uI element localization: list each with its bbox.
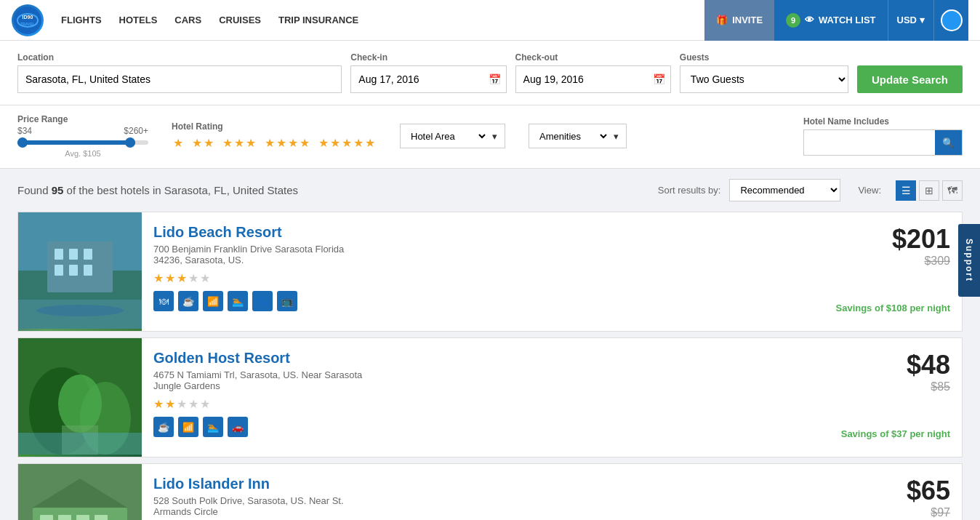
hotel-stars-lido: ★ ★ ★ ★ ★	[153, 271, 813, 285]
checkin-input-wrapper: 📅	[350, 65, 506, 93]
invite-button[interactable]: 🎁 INVITE	[704, 0, 774, 41]
logo-image: ID90 TRAVEL	[12, 4, 44, 36]
hotel-area-select[interactable]: Hotel Area	[408, 130, 488, 143]
pets-icon: 🐾	[252, 291, 273, 311]
watchlist-button[interactable]: 9 👁 WATCH LIST	[774, 0, 887, 41]
hotel-name-input[interactable]	[804, 130, 935, 155]
logo[interactable]: ID90 TRAVEL	[12, 4, 44, 36]
star-group-2[interactable]: ★ ★	[190, 135, 215, 151]
hotel-name-islander[interactable]: Lido Islander Inn	[153, 476, 270, 492]
tv-icon: 📺	[277, 291, 297, 311]
list-view-button[interactable]: ☰	[896, 180, 916, 201]
star-group-1[interactable]: ★	[172, 135, 185, 151]
star-group-5[interactable]: ★ ★ ★ ★ ★	[317, 135, 377, 151]
wifi-icon: 📶	[178, 417, 198, 437]
nav-cars[interactable]: CARS	[174, 12, 201, 28]
amenities-dropdown[interactable]: Amenities ▾	[529, 124, 627, 148]
hotel-rating-label: Hotel Rating	[172, 121, 377, 132]
checkin-input[interactable]	[350, 65, 506, 93]
stars-filter: ★ ★ ★ ★ ★ ★ ★ ★ ★ ★ ★ ★ ★ ★ ★	[172, 135, 377, 151]
pool-icon: 🏊	[203, 417, 223, 437]
star-empty: ★	[177, 397, 187, 411]
hotel-info-lido: Lido Beach Resort 700 Benjamin Franklin …	[142, 212, 824, 331]
user-avatar-button[interactable]	[933, 0, 968, 41]
price-current-golden: $48 $85	[841, 350, 950, 393]
hotel-image-lido	[18, 212, 142, 331]
hotel-name-lido[interactable]: Lido Beach Resort	[153, 224, 282, 240]
calendar-icon-checkin: 📅	[489, 73, 501, 85]
svg-rect-25	[76, 515, 89, 520]
price-slider-left-thumb[interactable]	[17, 137, 28, 148]
grid-view-button[interactable]: ⊞	[919, 180, 939, 201]
guests-select[interactable]: One Guest Two Guests Three Guests Four G…	[680, 65, 848, 93]
star-filled: ★	[165, 397, 175, 411]
hotel-address-golden: 4675 N Tamiami Trl, Sarasota, US. Near S…	[153, 369, 818, 391]
price-range-filter: Price Range $34 $260+ Avg. $105	[17, 114, 148, 158]
checkin-field: Check-in 📅	[350, 52, 506, 93]
filters-bar: Price Range $34 $260+ Avg. $105 Hotel Ra…	[0, 105, 980, 169]
star-empty: ★	[188, 271, 198, 285]
restaurant-icon: 🍽	[153, 291, 174, 311]
update-search-button[interactable]: Update Search	[857, 65, 963, 93]
svg-rect-23	[40, 515, 53, 520]
hotel-name-filter: Hotel Name Includes 🔍	[803, 116, 963, 156]
sort-select[interactable]: Recommended Price (Low to High) Price (H…	[729, 179, 840, 201]
location-input[interactable]	[17, 65, 342, 93]
hotel-rating-filter: Hotel Rating ★ ★ ★ ★ ★ ★ ★ ★ ★ ★ ★ ★	[172, 121, 377, 151]
hotel-address-islander: 528 South Polk Drive, Sarasota, US. Near…	[153, 495, 848, 517]
hotel-image-golden	[18, 338, 142, 457]
parking-icon: 🚗	[228, 417, 248, 437]
nav-trip-insurance[interactable]: TRIP INSURANCE	[278, 12, 358, 28]
watchlist-count: 9	[786, 13, 800, 28]
star-icon: ★	[342, 136, 352, 150]
star-empty: ★	[188, 397, 198, 411]
hotel-price-lido: $201 $309 Savings of $108 per night	[824, 212, 963, 331]
pool-icon: 🏊	[228, 291, 248, 311]
checkout-input[interactable]	[515, 65, 671, 93]
star-empty: ★	[200, 397, 210, 411]
table-row: Lido Beach Resort 700 Benjamin Franklin …	[17, 212, 963, 332]
results-count: Found 95 of the best hotels in Sarasota,…	[17, 184, 658, 196]
amenities-select[interactable]: Amenities	[537, 130, 609, 143]
star-group-3[interactable]: ★ ★ ★	[221, 135, 257, 151]
nav-flights[interactable]: FLIGHTS	[61, 12, 102, 28]
price-current-islander: $65 $97	[872, 476, 950, 519]
price-slider-track[interactable]	[17, 140, 148, 145]
star-icon: ★	[234, 136, 244, 150]
svg-text:TRAVEL: TRAVEL	[20, 22, 35, 26]
avatar	[941, 9, 963, 31]
price-slider-right-thumb[interactable]	[125, 137, 135, 148]
calendar-icon-checkout: 📅	[653, 73, 665, 85]
currency-button[interactable]: USD ▾	[888, 0, 933, 41]
star-icon: ★	[246, 136, 256, 150]
hotel-image-placeholder	[18, 464, 142, 520]
eye-icon: 👁	[805, 15, 814, 25]
sort-section: Sort results by: Recommended Price (Low …	[658, 179, 963, 201]
hotel-area-dropdown[interactable]: Hotel Area ▾	[400, 124, 505, 148]
view-label: View:	[858, 185, 881, 196]
hotel-list: Lido Beach Resort 700 Benjamin Franklin …	[0, 212, 980, 520]
star-icon: ★	[276, 136, 286, 150]
hotel-name-label: Hotel Name Includes	[803, 116, 963, 127]
coffee-icon: ☕	[178, 291, 198, 311]
nav-cruises[interactable]: CRUISES	[219, 12, 261, 28]
hotel-name-search-wrapper: 🔍	[803, 129, 963, 156]
hotel-name-golden[interactable]: Golden Host Resort	[153, 350, 290, 366]
hotel-name-search-button[interactable]: 🔍	[935, 130, 962, 155]
location-field: Location	[17, 52, 342, 93]
star-group-4[interactable]: ★ ★ ★ ★	[263, 135, 311, 151]
coffee-icon: ☕	[153, 417, 174, 437]
support-tab[interactable]: Support	[958, 224, 980, 297]
star-icon: ★	[288, 136, 298, 150]
hotel-image-placeholder	[18, 212, 142, 329]
price-avg: Avg. $105	[17, 149, 148, 158]
price-range-label: Price Range	[17, 114, 148, 124]
nav-hotels[interactable]: HOTELS	[119, 12, 158, 28]
amenities-filter: Amenities ▾	[529, 124, 627, 148]
map-view-button[interactable]: 🗺	[942, 180, 963, 201]
wifi-icon: 📶	[203, 291, 223, 311]
hotel-address-lido: 700 Benjamin Franklin Drive Sarasota Flo…	[153, 244, 813, 265]
star-empty: ★	[200, 271, 210, 285]
gift-icon: 🎁	[716, 15, 728, 25]
star-icon: ★	[300, 136, 310, 150]
